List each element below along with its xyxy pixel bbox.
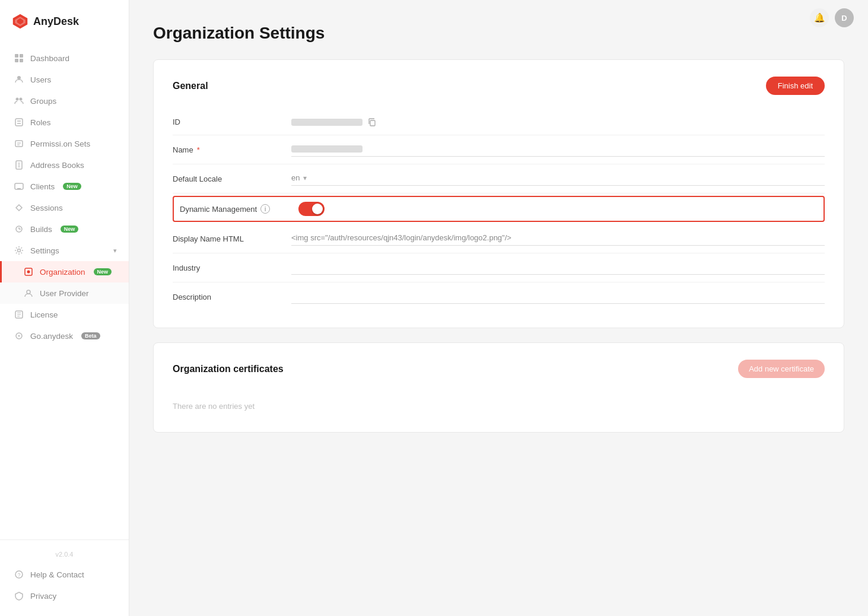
name-underline [291, 142, 825, 157]
sidebar: AnyDesk Dashboard Users Groups [0, 0, 129, 616]
sessions-icon [14, 202, 24, 213]
sidebar-item-clients[interactable]: Clients New [0, 176, 129, 197]
settings-label: Settings [30, 246, 59, 255]
sidebar-item-sessions[interactable]: Sessions [0, 197, 129, 218]
logo-area: AnyDesk [0, 0, 129, 43]
dynamic-mgmt-info-icon[interactable]: i [260, 204, 270, 214]
industry-underline[interactable] [291, 261, 825, 275]
sessions-label: Sessions [30, 204, 63, 212]
go-anydesk-label: Go.anydesk [30, 332, 73, 341]
field-locale-row: Default Locale en ▾ [173, 164, 825, 193]
sidebar-item-builds[interactable]: Builds New [0, 218, 129, 240]
license-icon [14, 309, 24, 320]
certs-card: Organization certificates Add new certif… [153, 342, 844, 433]
topbar: 🔔 D [796, 0, 868, 36]
svg-rect-33 [370, 120, 375, 126]
field-industry-value [291, 261, 825, 275]
svg-rect-13 [15, 141, 23, 147]
settings-icon [14, 245, 24, 256]
sidebar-bottom: v2.0.4 ? Help & Contact Privacy [0, 539, 129, 616]
organization-badge: New [94, 268, 112, 275]
locale-dropdown-arrow: ▾ [303, 174, 307, 182]
sidebar-item-license[interactable]: License [0, 304, 129, 325]
sidebar-item-permission-sets[interactable]: Permissi.on Sets [0, 133, 129, 154]
general-card-header: General Finish edit [173, 77, 825, 95]
main-content: Organization Settings General Finish edi… [129, 0, 868, 616]
dashboard-label: Dashboard [30, 54, 69, 63]
svg-rect-21 [17, 188, 21, 189]
finish-edit-button[interactable]: Finish edit [766, 77, 825, 95]
notification-bell[interactable]: 🔔 [810, 8, 829, 27]
display-name-html-underline[interactable]: <img src="/auth/resources/qjn43/login/an… [291, 231, 825, 246]
svg-point-7 [17, 76, 21, 80]
field-description-value [291, 290, 825, 304]
organization-icon [23, 266, 34, 277]
sidebar-item-roles[interactable]: Roles [0, 112, 129, 133]
field-display-name-html-row: Display Name HTML <img src="/auth/resour… [173, 224, 825, 253]
help-contact-label: Help & Contact [30, 570, 84, 579]
privacy-icon [14, 590, 24, 601]
field-locale-label: Default Locale [173, 174, 291, 183]
field-name-value[interactable] [291, 142, 825, 157]
sidebar-item-groups[interactable]: Groups [0, 90, 129, 112]
svg-rect-10 [15, 119, 23, 126]
copy-icon[interactable] [367, 118, 377, 127]
anydesk-logo-icon [12, 13, 28, 30]
sidebar-item-users[interactable]: Users [0, 69, 129, 90]
field-display-name-html-value: <img src="/auth/resources/qjn43/login/an… [291, 231, 825, 246]
dynamic-mgmt-toggle[interactable] [298, 202, 325, 216]
sidebar-item-organization[interactable]: Organization New [0, 261, 129, 282]
settings-chevron: ▾ [113, 247, 117, 255]
privacy-label: Privacy [30, 592, 56, 601]
address-books-icon [14, 160, 24, 170]
locale-dropdown[interactable]: en ▾ [291, 172, 825, 186]
field-display-name-html-label-text: Display Name HTML [173, 234, 244, 243]
display-name-html-value-text: <img src="/auth/resources/qjn43/login/an… [291, 233, 511, 242]
roles-icon [14, 117, 24, 128]
svg-point-25 [18, 249, 21, 252]
sidebar-item-settings[interactable]: Settings ▾ [0, 240, 129, 261]
sidebar-item-address-books[interactable]: Address Books [0, 154, 129, 176]
user-avatar[interactable]: D [835, 8, 854, 27]
svg-point-9 [20, 98, 23, 101]
description-underline[interactable] [291, 290, 825, 304]
groups-icon [14, 96, 24, 106]
toggle-thumb [312, 204, 323, 214]
sidebar-item-user-provider[interactable]: User Provider [0, 282, 129, 304]
field-id-value [291, 118, 825, 127]
svg-rect-4 [20, 54, 23, 58]
field-name-row: Name * [173, 135, 825, 164]
field-name-label: Name * [173, 145, 291, 154]
builds-label: Builds [30, 225, 52, 234]
go-anydesk-badge: Beta [81, 332, 100, 339]
field-description-label-text: Description [173, 293, 211, 301]
sidebar-item-go-anydesk[interactable]: Go.anydesk Beta [0, 325, 129, 347]
roles-label: Roles [30, 118, 51, 127]
go-anydesk-icon [14, 331, 24, 341]
sidebar-item-privacy[interactable]: Privacy [0, 585, 129, 607]
sidebar-item-dashboard[interactable]: Dashboard [0, 47, 129, 69]
add-new-certificate-button[interactable]: Add new certificate [738, 360, 825, 378]
name-required-indicator: * [197, 145, 200, 154]
general-card-title: General [173, 81, 208, 91]
certs-card-header: Organization certificates Add new certif… [173, 360, 825, 378]
certs-card-title: Organization certificates [173, 364, 284, 374]
field-locale-value: en ▾ [291, 172, 825, 186]
app-name: AnyDesk [33, 15, 79, 28]
sidebar-item-help-contact[interactable]: ? Help & Contact [0, 564, 129, 585]
clients-icon [14, 181, 24, 192]
field-name-label-text: Name [173, 145, 193, 154]
field-locale-label-text: Default Locale [173, 174, 222, 183]
license-label: License [30, 310, 58, 319]
field-industry-label: Industry [173, 263, 291, 272]
field-display-name-html-label: Display Name HTML [173, 234, 291, 243]
field-id-label: ID [173, 118, 291, 126]
page-title: Organization Settings [153, 24, 844, 43]
users-label: Users [30, 75, 51, 84]
field-dynamic-mgmt-row: Dynamic Management i [173, 196, 825, 222]
svg-rect-3 [15, 54, 18, 58]
no-entries-message: There are no entries yet [173, 392, 825, 415]
user-provider-icon [23, 288, 34, 299]
builds-badge: New [61, 226, 79, 233]
groups-label: Groups [30, 97, 56, 106]
